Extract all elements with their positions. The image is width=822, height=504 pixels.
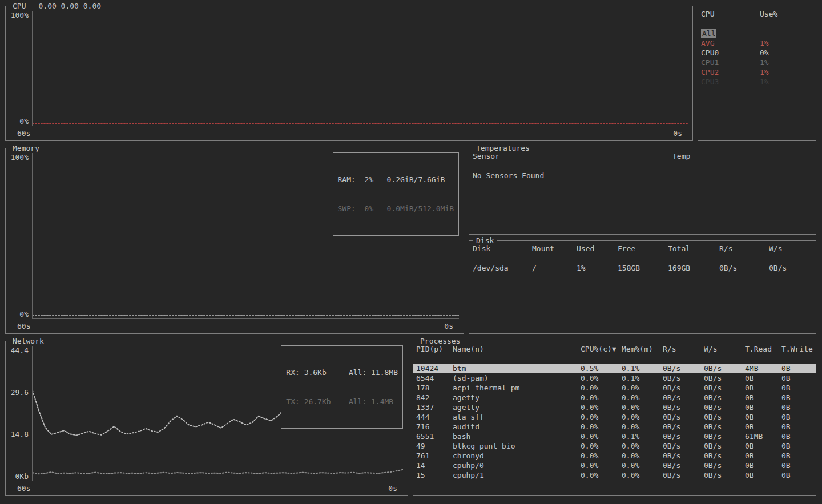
- cpu-legend-header: CPU Use%: [698, 9, 816, 19]
- process-cell-name: ata_sff: [453, 412, 581, 422]
- cpu-title-text: CPU: [13, 1, 26, 11]
- disk-col-ws[interactable]: W/s: [769, 244, 816, 253]
- process-cell-twrite: 0B: [781, 470, 816, 480]
- memory-panel-title: Memory: [10, 143, 42, 153]
- disk-panel-title: Disk: [473, 236, 497, 245]
- cpu-legend-row-cpu2[interactable]: CPU21%: [698, 67, 816, 77]
- network-tx-stats: TX: 26.7Kb All: 1.4MB: [286, 397, 398, 406]
- process-row-cpuhp/0[interactable]: 14cpuhp/00.0%0.0%0B/s0B/s0B0B: [413, 461, 816, 470]
- process-cell-r: 0B/s: [663, 461, 704, 470]
- process-col-rs[interactable]: R/s: [663, 344, 704, 354]
- process-cell-pid: 49: [416, 441, 453, 451]
- process-cell-twrite: 0B: [781, 402, 816, 412]
- cpu-panel-title: CPU 0.00 0.00 0.00: [10, 1, 104, 11]
- cpu-panel[interactable]: CPU 0.00 0.00 0.00 100% 0% 60s 0s: [5, 6, 693, 141]
- process-row-(sd-pam)[interactable]: 6544(sd-pam)0.0%0.1%0B/s0B/s0B0B: [413, 373, 816, 383]
- memory-graph: RAM: 2% 0.2GiB/7.6GiB SWP: 0% 0.0MiB/512…: [32, 152, 459, 319]
- process-cell-twrite: 0B: [781, 422, 816, 432]
- disk-cell-disk: /dev/sda: [473, 263, 532, 273]
- network-panel[interactable]: Network 44.4 29.6 14.8 0Kb RX: 3.6Kb All…: [5, 341, 408, 496]
- process-col-ws[interactable]: W/s: [704, 344, 745, 354]
- memory-title-text: Memory: [13, 143, 39, 153]
- cpu-legend-col-use[interactable]: Use%: [760, 9, 816, 19]
- network-y-label-2: 29.6: [8, 388, 29, 397]
- process-cell-mem: 0.0%: [622, 441, 663, 451]
- cpu-entry-usage: 1%: [760, 38, 816, 48]
- process-row-chronyd[interactable]: 761chronyd0.0%0.0%0B/s0B/s0B0B: [413, 451, 816, 461]
- process-cell-tread: 0B: [745, 422, 781, 432]
- process-row-ata_sff[interactable]: 444ata_sff0.0%0.0%0B/s0B/s0B0B: [413, 412, 816, 422]
- process-row-cpuhp/1[interactable]: 15cpuhp/10.0%0.0%0B/s0B/s0B0B: [413, 470, 816, 480]
- process-cell-r: 0B/s: [663, 393, 704, 402]
- cpu-legend-row-cpu1[interactable]: CPU11%: [698, 58, 816, 67]
- network-y-label-3: 44.4: [8, 345, 29, 355]
- process-cell-tread: 61MB: [745, 432, 781, 441]
- cpu-legend-row-cpu3[interactable]: CPU31%: [698, 77, 816, 87]
- cpu-legend-panel[interactable]: CPU Use% AllAVG1%CPU00%CPU11%CPU21%CPU31…: [698, 6, 816, 141]
- process-cell-twrite: 0B: [781, 432, 816, 441]
- disk-row[interactable]: /dev/sda / 1% 158GB 169GB 0B/s 0B/s: [469, 263, 816, 273]
- cpu-entry-name: CPU3: [701, 77, 760, 87]
- process-cell-pid: 10424: [416, 364, 453, 373]
- process-cell-twrite: 0B: [781, 412, 816, 422]
- processes-header: PID(p) Name(n) CPU%(c)▼ Mem%(m) R/s W/s …: [413, 344, 816, 354]
- process-col-twrite[interactable]: T.Write: [781, 344, 816, 354]
- cpu-entry-usage: 1%: [760, 67, 816, 77]
- process-cell-twrite: 0B: [781, 364, 816, 373]
- process-col-name[interactable]: Name(n): [453, 344, 581, 354]
- process-cell-name: cpuhp/0: [453, 461, 581, 470]
- cpu-legend-row-cpu0[interactable]: CPU00%: [698, 48, 816, 58]
- cpu-graph-body: 100% 0%: [8, 10, 688, 126]
- cpu-x-right-label: 0s: [673, 128, 682, 138]
- disk-cell-free: 158GB: [618, 263, 668, 273]
- process-cell-r: 0B/s: [663, 383, 704, 393]
- disk-cell-used: 1%: [577, 263, 618, 273]
- process-cell-tread: 0B: [745, 402, 781, 412]
- process-row-acpi_thermal_pm[interactable]: 178acpi_thermal_pm0.0%0.0%0B/s0B/s0B0B: [413, 383, 816, 393]
- process-cell-tread: 0B: [745, 393, 781, 402]
- disk-col-used[interactable]: Used: [577, 244, 618, 253]
- process-row-btm[interactable]: 10424btm0.5%0.1%0B/s0B/s4MB0B: [413, 364, 816, 373]
- processes-panel-title: Processes: [417, 336, 463, 346]
- disk-cell-total: 169GB: [668, 263, 719, 273]
- process-col-cpu[interactable]: CPU%(c)▼: [581, 344, 622, 354]
- process-cell-tread: 0B: [745, 441, 781, 451]
- cpu-legend-row-avg[interactable]: AVG1%: [698, 38, 816, 48]
- process-row-bash[interactable]: 6551bash0.0%0.1%0B/s0B/s61MB0B: [413, 432, 816, 441]
- temperatures-col-temp[interactable]: Temp: [672, 151, 816, 161]
- process-col-mem[interactable]: Mem%(m): [622, 344, 663, 354]
- process-cell-twrite: 0B: [781, 451, 816, 461]
- process-cell-tread: 0B: [745, 373, 781, 383]
- disk-col-rs[interactable]: R/s: [719, 244, 769, 253]
- processes-panel[interactable]: Processes PID(p) Name(n) CPU%(c)▼ Mem%(m…: [413, 341, 816, 496]
- temperatures-panel[interactable]: Temperatures Sensor Temp No Sensors Foun…: [469, 148, 816, 235]
- cpu-legend-rows: AllAVG1%CPU00%CPU11%CPU21%CPU31%: [698, 29, 816, 87]
- processes-title-text: Processes: [420, 336, 460, 346]
- process-cell-tread: 4MB: [745, 364, 781, 373]
- process-cell-pid: 444: [416, 412, 453, 422]
- disk-col-mount[interactable]: Mount: [532, 244, 577, 253]
- process-row-agetty[interactable]: 1337agetty0.0%0.0%0B/s0B/s0B0B: [413, 402, 816, 412]
- process-cell-r: 0B/s: [663, 412, 704, 422]
- disk-panel[interactable]: Disk Disk Mount Used Free Total R/s W/s …: [469, 240, 816, 334]
- cpu-legend-row-all[interactable]: All: [698, 29, 816, 38]
- cpu-legend-col-cpu[interactable]: CPU: [701, 9, 760, 19]
- network-x-left-label: 60s: [17, 483, 30, 493]
- cpu-entry-usage: [760, 29, 816, 38]
- process-cell-w: 0B/s: [704, 364, 745, 373]
- process-cell-tread: 0B: [745, 461, 781, 470]
- process-cell-twrite: 0B: [781, 461, 816, 470]
- cpu-y-axis: 100% 0%: [8, 10, 32, 126]
- memory-panel[interactable]: Memory 100% 0% RAM: 2% 0.2GiB/7.6GiB SWP…: [5, 148, 464, 334]
- process-row-blkcg_punt_bio[interactable]: 49blkcg_punt_bio0.0%0.0%0B/s0B/s0B0B: [413, 441, 816, 451]
- disk-col-total[interactable]: Total: [668, 244, 719, 253]
- process-row-agetty[interactable]: 842agetty0.0%0.0%0B/s0B/s0B0B: [413, 393, 816, 402]
- process-col-tread[interactable]: T.Read: [745, 344, 781, 354]
- process-cell-name: auditd: [453, 422, 581, 432]
- process-row-auditd[interactable]: 716auditd0.0%0.0%0B/s0B/s0B0B: [413, 422, 816, 432]
- process-cell-w: 0B/s: [704, 412, 745, 422]
- process-cell-name: blkcg_punt_bio: [453, 441, 581, 451]
- cpu-y-max-label: 100%: [8, 10, 29, 20]
- disk-col-free[interactable]: Free: [618, 244, 668, 253]
- process-cell-pid: 1337: [416, 402, 453, 412]
